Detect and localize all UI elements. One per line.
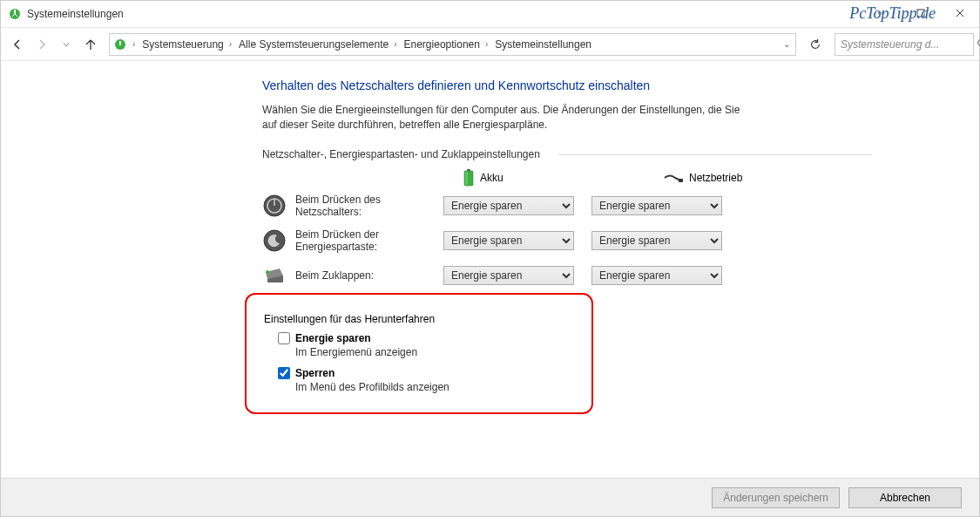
window: Systemeinstellungen PcTopTipp.de › Syste…	[0, 0, 980, 517]
laptop-icon	[262, 263, 287, 288]
content-area: Verhalten des Netzschalters definieren u…	[1, 60, 979, 516]
plug-icon	[663, 172, 684, 184]
lock-checkbox[interactable]	[278, 367, 290, 379]
svg-point-19	[266, 270, 269, 274]
setting-row-sleep-button: Beim Drücken der Energiespartaste: Energ…	[262, 228, 837, 253]
checkbox-sublabel: Im Energiemenü anzeigen	[295, 346, 574, 358]
energy-save-checkbox[interactable]	[278, 332, 290, 344]
group-shutdown-label: Einstellungen für das Herunterfahren	[264, 313, 442, 325]
app-icon	[8, 7, 22, 21]
back-button[interactable]	[6, 33, 29, 56]
window-title: Systemeinstellungen	[27, 8, 124, 20]
svg-rect-12	[465, 172, 468, 185]
breadcrumb-item-0[interactable]: Systemsteuerung	[139, 34, 226, 55]
recent-dropdown[interactable]	[55, 33, 78, 56]
sleep-button-icon	[262, 228, 287, 253]
chevron-right-icon[interactable]: ›	[392, 34, 400, 55]
checkbox-sublabel: Im Menü des Profilbilds anzeigen	[295, 381, 574, 393]
power-button-plugged-select[interactable]: Energie sparen	[591, 196, 722, 215]
setting-label: Beim Drücken der Energiespartaste:	[295, 228, 443, 253]
page-description: Wählen Sie die Energieeinstellungen für …	[262, 103, 750, 133]
lid-battery-select[interactable]: Energie sparen	[443, 266, 574, 285]
svg-rect-13	[679, 179, 683, 182]
footer: Änderungen speichern Abbrechen	[1, 478, 979, 516]
up-button[interactable]	[79, 33, 102, 56]
cancel-button[interactable]: Abbrechen	[848, 487, 962, 508]
setting-label: Beim Drücken des Netzschalters:	[295, 194, 443, 218]
setting-row-power-button: Beim Drücken des Netzschalters: Energie …	[262, 194, 837, 218]
breadcrumb[interactable]: › Systemsteuerung › Alle Systemsteuerung…	[109, 33, 796, 56]
refresh-button[interactable]	[803, 33, 828, 56]
column-headers: Akku Netzbetrieb	[463, 169, 837, 187]
checkbox-label: Energie sparen	[295, 332, 371, 344]
breadcrumb-item-2[interactable]: Energieoptionen	[401, 34, 483, 55]
chevron-down-icon[interactable]: ⌄	[778, 39, 795, 49]
watermark: PcTopTipp.de	[849, 4, 936, 23]
sleep-button-plugged-select[interactable]: Energie sparen	[591, 231, 722, 250]
search-box[interactable]	[835, 33, 974, 56]
power-button-icon	[262, 194, 287, 218]
power-icon	[113, 37, 127, 51]
column-plugged: Netzbetrieb	[663, 169, 776, 187]
navbar: › Systemsteuerung › Alle Systemsteuerung…	[1, 27, 979, 60]
titlebar: Systemeinstellungen	[1, 1, 979, 27]
breadcrumb-item-1[interactable]: Alle Systemsteuerungselemente	[235, 34, 392, 55]
chevron-right-icon[interactable]: ›	[227, 34, 235, 55]
shutdown-option-energy-save: Energie sparen Im Energiemenü anzeigen	[278, 332, 574, 358]
search-icon[interactable]	[977, 38, 980, 50]
chevron-right-icon[interactable]: ›	[131, 34, 139, 55]
column-plugged-label: Netzbetrieb	[689, 172, 742, 184]
search-input[interactable]	[835, 38, 977, 51]
group-power-buttons-label: Netzschalter-, Energiespartasten- und Zu…	[262, 148, 837, 160]
checkbox-label: Sperren	[295, 367, 335, 379]
save-button[interactable]: Änderungen speichern	[712, 487, 840, 508]
setting-row-lid-close: Beim Zuklappen: Energie sparen Energie s…	[262, 263, 837, 288]
breadcrumb-item-3[interactable]: Systemeinstellungen	[491, 34, 595, 55]
battery-icon	[463, 169, 475, 187]
setting-label: Beim Zuklappen:	[295, 269, 443, 282]
column-battery-label: Akku	[480, 172, 504, 184]
page-title: Verhalten des Netzschalters definieren u…	[262, 78, 837, 92]
svg-rect-7	[119, 41, 121, 45]
shutdown-option-lock: Sperren Im Menü des Profilbilds anzeigen	[278, 367, 574, 393]
svg-rect-10	[467, 169, 470, 171]
forward-button[interactable]	[30, 33, 53, 56]
close-button[interactable]	[940, 1, 979, 25]
column-battery: Akku	[463, 169, 576, 187]
lid-plugged-select[interactable]: Energie sparen	[591, 266, 722, 285]
shutdown-settings-box: Einstellungen für das Herunterfahren Ene…	[245, 293, 593, 414]
power-button-battery-select[interactable]: Energie sparen	[443, 196, 574, 215]
sleep-button-battery-select[interactable]: Energie sparen	[443, 231, 574, 250]
chevron-right-icon[interactable]: ›	[483, 34, 491, 55]
